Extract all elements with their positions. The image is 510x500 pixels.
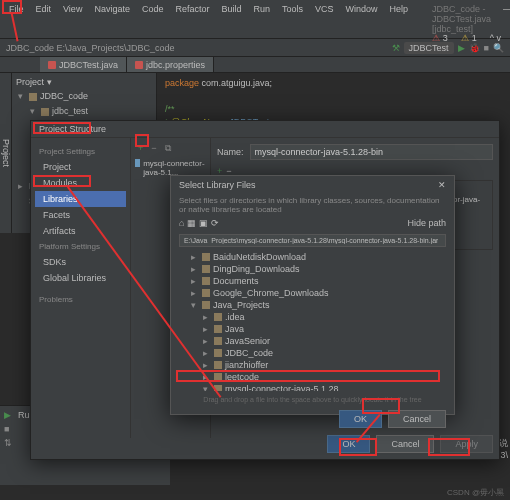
refresh-icon[interactable]: ⟳: [211, 218, 219, 228]
ps-problems[interactable]: Problems: [35, 292, 126, 307]
menu-view[interactable]: View: [58, 2, 87, 36]
select-lib-title: Select Library Files: [179, 180, 256, 190]
menu-tools[interactable]: Tools: [277, 2, 308, 36]
stop-run-icon[interactable]: ■: [4, 424, 18, 434]
rerun-icon[interactable]: ▶: [4, 410, 18, 420]
search-icon[interactable]: 🔍: [493, 43, 504, 53]
jar-icon: [135, 159, 140, 167]
tab-jdbctest[interactable]: JDBCTest.java: [40, 57, 127, 72]
watermark: CSDN @毋小黑: [447, 487, 504, 498]
add-lib-icon[interactable]: +: [135, 142, 146, 155]
home-icon[interactable]: ⌂: [179, 218, 184, 228]
new-folder-icon[interactable]: ▣: [199, 218, 208, 228]
dialog-title: Project Structure: [31, 121, 499, 138]
hide-path-link[interactable]: Hide path: [407, 218, 446, 228]
attach-icon[interactable]: ⇅: [4, 438, 18, 448]
file-row[interactable]: ▸jianzhioffer: [179, 359, 446, 371]
ps-facets[interactable]: Facets: [35, 207, 126, 223]
file-row[interactable]: ▸Java: [179, 323, 446, 335]
file-tree[interactable]: ▸BaiduNetdiskDownload▸DingDing_Downloads…: [179, 251, 446, 391]
structure-apply-button[interactable]: Apply: [440, 435, 493, 453]
ps-project[interactable]: Project: [35, 159, 126, 175]
properties-file-icon: [135, 61, 143, 69]
stop-icon[interactable]: ■: [484, 43, 489, 53]
selectlib-cancel-button[interactable]: Cancel: [388, 410, 446, 428]
menu-help[interactable]: Help: [385, 2, 414, 36]
structure-ok-button[interactable]: OK: [327, 435, 370, 453]
copy-lib-icon[interactable]: ⧉: [162, 142, 174, 155]
run-icon[interactable]: ▶: [458, 43, 465, 53]
ps-sdks[interactable]: SDKs: [35, 254, 126, 270]
menu-code[interactable]: Code: [137, 2, 169, 36]
debug-icon[interactable]: 🐞: [469, 43, 480, 53]
file-row[interactable]: ▸Documents: [179, 275, 446, 287]
file-row[interactable]: ▸JavaSenior: [179, 335, 446, 347]
tree-module[interactable]: ▾jdbc_test: [18, 104, 154, 119]
ps-modules[interactable]: Modules: [35, 175, 126, 191]
select-library-dialog: Select Library Files✕ Select files or di…: [170, 175, 455, 415]
file-row[interactable]: ▸JDBC_code: [179, 347, 446, 359]
tree-root[interactable]: ▾JDBC_code: [18, 89, 154, 104]
project-tool-button[interactable]: Project: [0, 73, 12, 233]
window-path: JDBC_code - JDBCTest.java [jdbc_test]: [427, 2, 496, 36]
editor-tabs: JDBCTest.java jdbc.properties: [0, 57, 510, 73]
menu-refactor[interactable]: Refactor: [170, 2, 214, 36]
java-file-icon: [48, 61, 56, 69]
ps-artifacts[interactable]: Artifacts: [35, 223, 126, 239]
menu-window[interactable]: Window: [341, 2, 383, 36]
menu-navigate[interactable]: Navigate: [89, 2, 135, 36]
menu-edit[interactable]: Edit: [31, 2, 57, 36]
dialog-close-icon[interactable]: ✕: [438, 180, 446, 190]
name-label: Name:: [217, 147, 244, 157]
remove-lib-icon[interactable]: −: [148, 142, 159, 155]
file-row[interactable]: ▸leetcode: [179, 371, 446, 383]
file-row[interactable]: ▸BaiduNetdiskDownload: [179, 251, 446, 263]
inspection-gutter: ⚠3 ⚠1 ^ v: [429, 32, 504, 44]
file-row[interactable]: ▾mysql-connector-java-5.1.28: [179, 383, 446, 391]
menu-build[interactable]: Build: [216, 2, 246, 36]
minimize-icon[interactable]: —: [498, 2, 510, 36]
file-row[interactable]: ▸Google_Chrome_Downloads: [179, 287, 446, 299]
menu-run[interactable]: Run: [248, 2, 275, 36]
breadcrumb: JDBC_code E:\Java_Projects\JDBC_code: [6, 43, 388, 53]
file-row[interactable]: ▸DingDing_Downloads: [179, 263, 446, 275]
ps-global-libs[interactable]: Global Libraries: [35, 270, 126, 286]
tab-properties[interactable]: jdbc.properties: [127, 57, 214, 72]
build-icon[interactable]: ⚒: [392, 43, 400, 53]
file-row[interactable]: ▸.idea: [179, 311, 446, 323]
menu-vcs[interactable]: VCS: [310, 2, 339, 36]
up-icon[interactable]: ▦: [187, 218, 196, 228]
lib-name-input[interactable]: [250, 144, 493, 160]
project-dropdown[interactable]: Project ▾: [16, 77, 52, 87]
structure-cancel-button[interactable]: Cancel: [376, 435, 434, 453]
file-row[interactable]: ▾Java_Projects: [179, 299, 446, 311]
path-input[interactable]: E:\Java_Projects\mysql-connector-java-5.…: [184, 237, 438, 244]
